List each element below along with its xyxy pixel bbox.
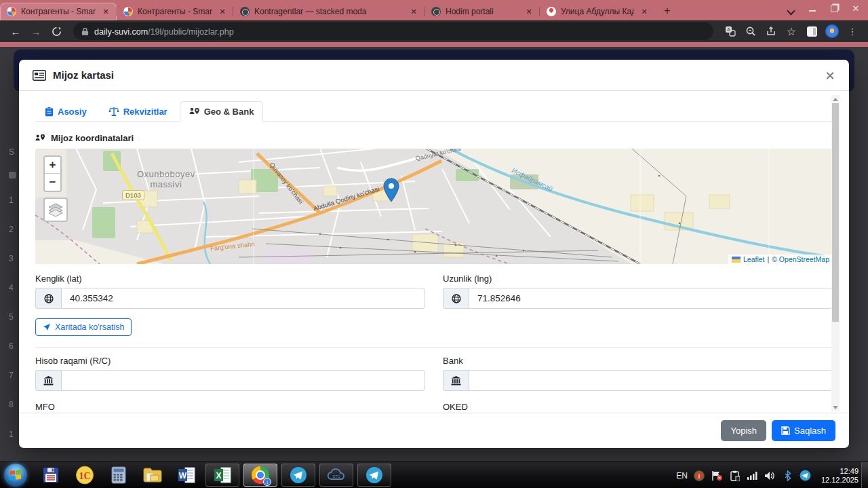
bank-icon xyxy=(35,370,61,391)
tray-date: 12.12.2025 xyxy=(821,476,859,484)
close-button[interactable]: Yopish xyxy=(721,420,766,441)
scroll-up-icon[interactable] xyxy=(831,95,840,103)
geo-users-icon xyxy=(189,107,200,117)
telegram-tray-icon[interactable] xyxy=(800,470,811,481)
globe-icon xyxy=(35,288,61,309)
tab-close-icon[interactable]: ✕ xyxy=(100,6,111,17)
profile-avatar[interactable] xyxy=(823,22,841,40)
browser-tab-3[interactable]: Kontragentlar — stacked moda ✕ xyxy=(233,3,425,20)
globe-icon xyxy=(443,288,469,309)
new-tab-button[interactable]: + xyxy=(659,3,675,19)
zoom-out-icon[interactable] xyxy=(742,22,760,40)
address-bar[interactable]: daily-suvi.com/19l/public/mijozlar.php xyxy=(73,22,713,40)
bluetooth-icon[interactable] xyxy=(782,470,793,481)
oked-label: OKED xyxy=(443,402,833,412)
browser-tab-2[interactable]: Контрагенты - Smartup ✕ xyxy=(117,3,233,20)
bank-icon xyxy=(443,370,469,391)
chrome-app-button[interactable]: ↓ xyxy=(243,464,277,487)
menu-kebab-icon[interactable]: ⋮ xyxy=(844,22,861,40)
excel-app-button[interactable]: X xyxy=(205,464,239,487)
scroll-down-icon[interactable] xyxy=(831,403,840,411)
tab-title: Контрагенты - Smartup xyxy=(21,7,96,16)
globe-favicon xyxy=(431,7,441,16)
mfo-label: MFO xyxy=(35,402,425,412)
start-button[interactable] xyxy=(4,464,27,487)
modal-footer: Yopish Saqlash xyxy=(19,413,849,448)
window-close-button[interactable]: ✕ xyxy=(846,1,865,15)
reload-icon[interactable] xyxy=(47,22,65,40)
account-label: Hisob raqami (R/C) xyxy=(35,356,425,366)
leaflet-link[interactable]: Leaflet xyxy=(743,255,765,263)
bank-input[interactable] xyxy=(469,370,833,391)
divider xyxy=(35,347,833,348)
back-icon[interactable]: ← xyxy=(7,22,24,40)
lng-input[interactable] xyxy=(469,288,833,309)
floppy-app-icon[interactable] xyxy=(37,464,64,487)
word-app-icon[interactable]: W xyxy=(173,464,200,487)
bg-row-chip xyxy=(9,172,16,179)
show-desktop-button[interactable] xyxy=(861,462,868,488)
file-manager-app-icon[interactable] xyxy=(139,464,166,487)
save-button[interactable]: Saqlash xyxy=(772,420,835,441)
translate-icon[interactable]: A xyxy=(722,22,739,40)
osm-link[interactable]: © OpenStreetMap xyxy=(772,255,829,263)
scrollbar-thumb[interactable] xyxy=(832,103,839,322)
lat-input[interactable] xyxy=(61,288,425,309)
account-input[interactable] xyxy=(61,370,425,391)
ukraine-flag-icon xyxy=(732,257,741,263)
telegram2-app-button[interactable] xyxy=(357,464,391,487)
browser-tab-4[interactable]: Hodim portali ✕ xyxy=(425,3,540,20)
map-attribution: Leaflet | © OpenStreetMap xyxy=(728,255,833,264)
map-layers-button[interactable] xyxy=(43,198,68,222)
tray-clock[interactable]: 12:49 12.12.2025 xyxy=(821,467,859,485)
lng-label: Uzunlik (lng) xyxy=(443,274,833,284)
leaflet-map[interactable]: Oxunboboyevmassivi D103 Qadriyat ko'chas… xyxy=(35,149,833,264)
tab-title: Kontragentlar — stacked moda xyxy=(254,7,403,16)
side-panel-icon[interactable] xyxy=(803,22,821,40)
network-signal-icon[interactable] xyxy=(747,470,758,481)
url-path: /19l/public/mijozlar.php xyxy=(148,27,233,37)
tab-title: Hodim portali xyxy=(446,7,519,16)
telegram-app-button[interactable] xyxy=(281,464,315,487)
zoom-in-button[interactable]: + xyxy=(45,157,60,174)
tray-time: 12:49 xyxy=(840,467,859,475)
tab-close-icon[interactable]: ✕ xyxy=(639,6,650,17)
bg-row-label: 8 xyxy=(9,400,18,409)
tab-close-icon[interactable]: ✕ xyxy=(408,6,419,17)
tab-asosiy[interactable]: Asosiy xyxy=(35,101,96,122)
tab-rekvizitlar[interactable]: Rekvizitlar xyxy=(99,101,177,122)
svg-text:!: ! xyxy=(698,472,701,479)
map-tiles xyxy=(35,149,825,264)
security-alert-icon[interactable]: ! xyxy=(694,470,705,481)
browser-tab-1[interactable]: Контрагенты - Smartup ✕ xyxy=(0,3,117,20)
action-center-flag-icon[interactable] xyxy=(711,470,723,481)
browser-tab-5[interactable]: Улица Абдуллы Кадыри, 54 — ✕ xyxy=(540,3,655,20)
1c-app-icon[interactable]: 1С xyxy=(71,464,98,487)
id-card-icon xyxy=(33,70,46,81)
forward-icon[interactable]: → xyxy=(27,22,45,40)
calculator-app-icon[interactable] xyxy=(105,464,132,487)
zoom-out-button[interactable]: − xyxy=(45,174,60,191)
tab-label: Rekvizitlar xyxy=(123,107,167,117)
tab-search-chevron-icon[interactable] xyxy=(784,5,797,18)
show-on-map-button[interactable]: Xaritada ko'rsatish xyxy=(35,318,132,336)
bookmark-star-icon[interactable]: ☆ xyxy=(783,22,800,40)
svg-text:X: X xyxy=(216,471,221,481)
window-restore-button[interactable] xyxy=(825,1,844,15)
screen: Контрагенты - Smartup ✕ Контрагенты - Sm… xyxy=(0,0,868,488)
tab-close-icon[interactable]: ✕ xyxy=(217,6,228,17)
tab-geo-bank[interactable]: Geo & Bank xyxy=(180,101,264,122)
window-minimize-button[interactable] xyxy=(803,1,822,15)
share-icon[interactable] xyxy=(762,22,780,40)
section-title: Mijoz koordinatalari xyxy=(51,133,134,143)
volume-icon[interactable] xyxy=(764,470,776,481)
modal-close-icon[interactable]: ✕ xyxy=(822,68,838,84)
tab-close-icon[interactable]: ✕ xyxy=(524,6,534,17)
clipboard-tray-icon[interactable] xyxy=(729,470,741,481)
client-card-modal: Mijoz kartasi ✕ Asosiy Rekvizitlar xyxy=(19,60,849,448)
language-indicator[interactable]: EN xyxy=(676,471,688,481)
modal-scrollbar[interactable] xyxy=(831,95,840,411)
navigation-icon xyxy=(43,323,51,331)
bg-row-label: 2 xyxy=(9,225,18,234)
cloud-app-button[interactable]: STC xyxy=(319,464,353,487)
